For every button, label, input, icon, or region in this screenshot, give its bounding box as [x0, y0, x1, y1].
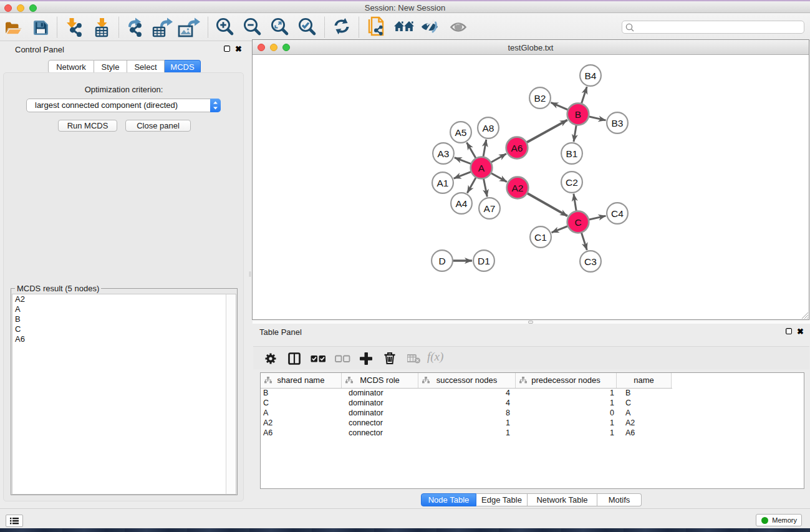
svg-text:f(x): f(x) — [427, 351, 443, 364]
svg-text:B3: B3 — [612, 118, 624, 128]
svg-text:C3: C3 — [584, 256, 597, 267]
svg-text:A6: A6 — [511, 143, 523, 153]
svg-text:A1: A1 — [437, 178, 449, 188]
svg-text:A7: A7 — [484, 203, 496, 214]
svg-text:A: A — [478, 163, 485, 173]
svg-text:A2: A2 — [512, 183, 524, 193]
svg-text:A5: A5 — [455, 127, 467, 138]
svg-text:C4: C4 — [611, 208, 624, 219]
svg-text:C: C — [574, 217, 581, 228]
svg-text:D1: D1 — [478, 256, 490, 266]
svg-text:D: D — [438, 256, 445, 266]
svg-text:C1: C1 — [534, 232, 547, 243]
svg-text:A8: A8 — [483, 123, 494, 133]
svg-text:B2: B2 — [534, 93, 546, 104]
svg-text:B: B — [575, 109, 581, 120]
svg-text:B4: B4 — [585, 70, 597, 81]
svg-text:A3: A3 — [438, 148, 450, 159]
svg-text:C2: C2 — [566, 177, 578, 188]
svg-text:B1: B1 — [566, 148, 578, 159]
svg-text:A4: A4 — [456, 198, 468, 209]
